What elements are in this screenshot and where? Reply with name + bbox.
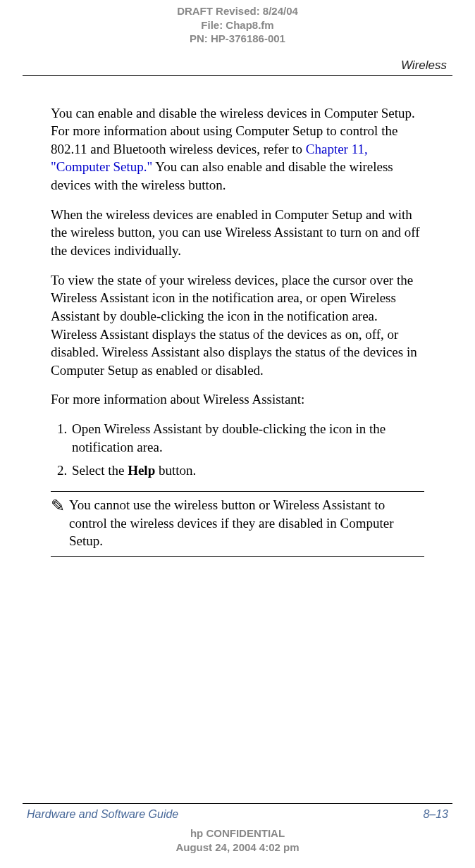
body-content: You can enable and disable the wireless … bbox=[23, 104, 452, 557]
paragraph-3: To view the state of your wireless devic… bbox=[51, 271, 424, 380]
draft-revised-line: DRAFT Revised: 8/24/04 bbox=[23, 4, 452, 18]
li2-before: Select the bbox=[72, 463, 128, 478]
header-divider bbox=[23, 75, 452, 76]
note-text: You cannot use the wireless button or Wi… bbox=[69, 496, 424, 550]
li2-after: button. bbox=[155, 463, 196, 478]
confidential-footer: hp CONFIDENTIAL August 24, 2004 4:02 pm bbox=[23, 826, 452, 854]
paragraph-4: For more information about Wireless Assi… bbox=[51, 390, 424, 409]
list-item-1: Open Wireless Assistant by double-clicki… bbox=[70, 420, 424, 456]
instruction-list: Open Wireless Assistant by double-clicki… bbox=[51, 420, 424, 480]
draft-pn-line: PN: HP-376186-001 bbox=[23, 32, 452, 46]
confidential-line2: August 24, 2004 4:02 pm bbox=[23, 841, 452, 855]
note-block: ✎ You cannot use the wireless button or … bbox=[51, 496, 424, 550]
guide-title: Hardware and Software Guide bbox=[27, 808, 178, 821]
li2-bold-help: Help bbox=[128, 463, 155, 478]
pencil-icon: ✎ bbox=[51, 497, 65, 514]
note-divider-bottom bbox=[51, 556, 424, 557]
draft-header: DRAFT Revised: 8/24/04 File: Chap8.fm PN… bbox=[23, 0, 452, 46]
paragraph-1: You can enable and disable the wireless … bbox=[51, 104, 424, 194]
footer-divider bbox=[23, 803, 452, 804]
confidential-line1: hp CONFIDENTIAL bbox=[23, 826, 452, 841]
list-item-2: Select the Help button. bbox=[70, 461, 424, 480]
paragraph-2: When the wireless devices are enabled in… bbox=[51, 206, 424, 260]
page-number: 8–13 bbox=[423, 808, 448, 821]
draft-file-line: File: Chap8.fm bbox=[23, 18, 452, 32]
footer: Hardware and Software Guide 8–13 hp CONF… bbox=[23, 803, 452, 854]
note-divider-top bbox=[51, 491, 424, 492]
footer-row: Hardware and Software Guide 8–13 bbox=[23, 808, 452, 821]
section-title: Wireless bbox=[23, 58, 452, 73]
